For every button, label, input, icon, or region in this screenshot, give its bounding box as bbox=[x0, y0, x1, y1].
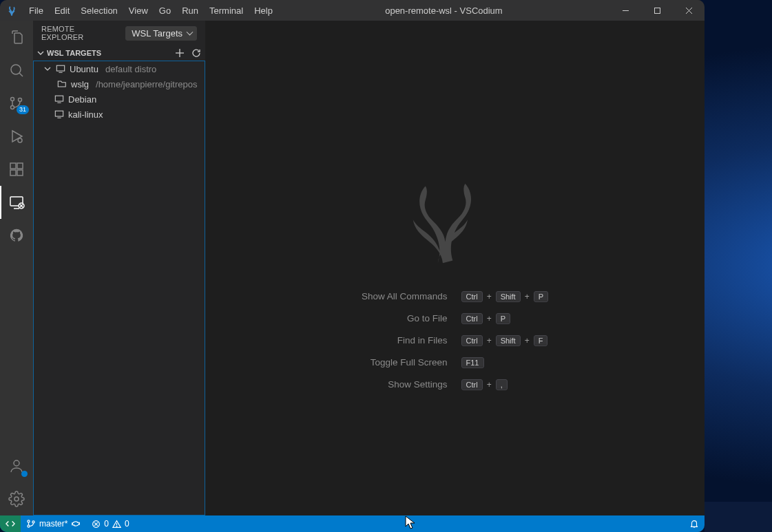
maximize-button[interactable] bbox=[641, 0, 673, 21]
svg-rect-13 bbox=[17, 170, 23, 175]
chevron-down-icon bbox=[36, 48, 45, 58]
svg-point-8 bbox=[19, 98, 22, 102]
shortcut-keys: F11 bbox=[461, 357, 549, 368]
shortcut-label: Find in Files bbox=[362, 335, 448, 345]
close-button[interactable] bbox=[673, 0, 705, 21]
svg-rect-26 bbox=[55, 96, 63, 101]
sidebar-title: REMOTE EXPLORER bbox=[41, 25, 118, 41]
status-bar: master* 0 0 bbox=[0, 515, 705, 532]
svg-point-21 bbox=[14, 497, 19, 501]
status-notifications[interactable] bbox=[684, 515, 705, 532]
status-branch[interactable]: master* bbox=[21, 515, 86, 532]
svg-point-7 bbox=[11, 106, 14, 109]
refresh-icon[interactable] bbox=[191, 48, 201, 58]
editor-welcome: Show All CommandsCtrl+Shift+PGo to FileC… bbox=[205, 21, 705, 515]
key-cap: Ctrl bbox=[461, 335, 483, 346]
shortcut-label: Toggle Full Screen bbox=[362, 357, 448, 368]
activity-github[interactable] bbox=[0, 219, 33, 252]
activity-extensions[interactable] bbox=[0, 153, 33, 186]
tree-badge: default distro bbox=[105, 64, 156, 74]
activity-settings[interactable] bbox=[0, 482, 33, 515]
activity-bar: 31 bbox=[0, 21, 33, 515]
key-cap: , bbox=[496, 379, 508, 390]
svg-rect-1 bbox=[654, 8, 660, 13]
shortcut-keys: Ctrl+Shift+P bbox=[461, 291, 549, 302]
key-cap: F11 bbox=[461, 357, 484, 368]
minimize-button[interactable] bbox=[609, 0, 641, 21]
keyboard-shortcuts-list: Show All CommandsCtrl+Shift+PGo to FileC… bbox=[362, 291, 548, 390]
account-notification-dot bbox=[21, 471, 28, 477]
menu-run[interactable]: Run bbox=[176, 0, 204, 21]
svg-point-6 bbox=[11, 98, 14, 101]
wsl-targets-tree: Ubuntu default distro wslg /home/jeanpie… bbox=[33, 61, 205, 515]
window-title: open-remote-wsl - VSCodium bbox=[278, 6, 609, 16]
menu-go[interactable]: Go bbox=[154, 0, 176, 21]
svg-marker-9 bbox=[12, 131, 22, 142]
app-window: File Edit Selection View Go Run Terminal… bbox=[0, 0, 705, 532]
status-remote-indicator[interactable] bbox=[0, 515, 21, 532]
tree-path: /home/jeanpierre/gitrepos bbox=[96, 79, 197, 89]
activity-search[interactable] bbox=[0, 54, 33, 87]
key-cap: Ctrl bbox=[461, 291, 483, 302]
svg-point-30 bbox=[28, 520, 30, 522]
svg-rect-28 bbox=[55, 111, 63, 116]
status-problems[interactable]: 0 0 bbox=[86, 515, 134, 532]
vscodium-logo-icon bbox=[393, 147, 517, 270]
key-cap: P bbox=[496, 313, 510, 324]
shortcut-label: Show All Commands bbox=[362, 291, 448, 301]
scm-badge: 31 bbox=[17, 105, 29, 114]
svg-line-5 bbox=[19, 73, 23, 76]
menu-bar: File Edit Selection View Go Run Terminal… bbox=[23, 0, 278, 21]
menu-selection[interactable]: Selection bbox=[75, 0, 123, 21]
svg-point-37 bbox=[116, 526, 117, 526]
tree-item-kali[interactable]: kali-linux bbox=[34, 107, 205, 122]
tree-label: Ubuntu bbox=[70, 64, 98, 74]
tree-label: wslg bbox=[71, 79, 89, 89]
shortcut-keys: Ctrl+P bbox=[461, 313, 549, 324]
activity-accounts[interactable] bbox=[0, 449, 33, 482]
key-cap: F bbox=[534, 335, 548, 346]
activity-remote-explorer[interactable] bbox=[0, 186, 33, 219]
menu-terminal[interactable]: Terminal bbox=[204, 0, 249, 21]
shortcut-keys: Ctrl+, bbox=[461, 379, 549, 390]
menu-edit[interactable]: Edit bbox=[49, 0, 75, 21]
menu-file[interactable]: File bbox=[23, 0, 49, 21]
svg-point-10 bbox=[18, 138, 22, 142]
monitor-icon bbox=[54, 109, 64, 119]
section-header-wsl-targets[interactable]: WSL TARGETS bbox=[33, 45, 205, 61]
tree-item-wslg[interactable]: wslg /home/jeanpierre/gitrepos bbox=[34, 76, 205, 92]
remote-targets-dropdown[interactable]: WSL Targets bbox=[125, 26, 197, 41]
tree-label: kali-linux bbox=[68, 109, 103, 120]
monitor-icon bbox=[56, 64, 65, 74]
key-cap: Shift bbox=[496, 335, 521, 346]
svg-rect-24 bbox=[56, 65, 64, 71]
key-cap: P bbox=[534, 291, 548, 302]
warning-count: 0 bbox=[125, 519, 129, 529]
add-icon[interactable] bbox=[175, 48, 185, 58]
shortcut-label: Show Settings bbox=[362, 379, 448, 390]
branch-name: master* bbox=[39, 519, 67, 529]
sidebar-header: REMOTE EXPLORER WSL Targets bbox=[33, 21, 205, 45]
svg-rect-11 bbox=[10, 163, 16, 169]
error-count: 0 bbox=[104, 519, 109, 529]
monitor-icon bbox=[54, 94, 64, 104]
window-controls bbox=[609, 0, 705, 21]
folder-icon bbox=[57, 79, 67, 89]
svg-rect-14 bbox=[17, 163, 23, 169]
chevron-down-icon bbox=[43, 65, 52, 73]
svg-point-20 bbox=[14, 460, 19, 466]
sidebar: REMOTE EXPLORER WSL Targets WSL TARGETS … bbox=[33, 21, 205, 515]
activity-explorer[interactable] bbox=[0, 21, 33, 54]
windows-taskbar[interactable] bbox=[705, 502, 772, 532]
key-cap: Shift bbox=[496, 291, 521, 302]
activity-scm[interactable]: 31 bbox=[0, 87, 33, 120]
key-cap: Ctrl bbox=[461, 379, 483, 390]
tree-item-ubuntu[interactable]: Ubuntu default distro bbox=[34, 61, 205, 76]
menu-view[interactable]: View bbox=[123, 0, 154, 21]
tree-item-debian[interactable]: Debian bbox=[34, 92, 205, 107]
menu-help[interactable]: Help bbox=[249, 0, 278, 21]
key-cap: Ctrl bbox=[461, 313, 483, 324]
activity-run-debug[interactable] bbox=[0, 120, 33, 153]
svg-point-32 bbox=[32, 521, 34, 523]
svg-point-31 bbox=[28, 525, 30, 527]
